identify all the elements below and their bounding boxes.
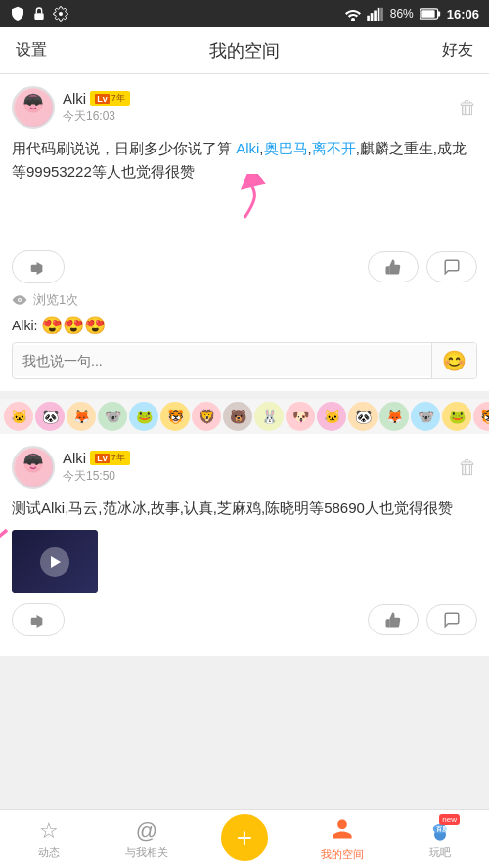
post-author-info-2: Alki Lv 7年 今天15:50 bbox=[12, 446, 130, 489]
play-icon bbox=[47, 554, 63, 570]
svg-rect-3 bbox=[370, 13, 373, 21]
avatar-2[interactable] bbox=[12, 446, 55, 489]
pink-arrow-annotation bbox=[12, 194, 477, 242]
thumbs-up-icon-2 bbox=[384, 611, 402, 629]
level-badge-1: Lv 7年 bbox=[90, 91, 130, 106]
post-header-2: Alki Lv 7年 今天15:50 🗑 bbox=[12, 446, 477, 489]
nav-settings[interactable]: 设置 bbox=[16, 40, 47, 61]
comment-button-1[interactable] bbox=[426, 251, 477, 282]
mini-avatar: 🦊 bbox=[379, 402, 409, 431]
status-icons-left bbox=[10, 6, 68, 22]
svg-point-1 bbox=[59, 12, 63, 16]
tab-space[interactable]: 我的空间 bbox=[293, 810, 391, 868]
status-icons-right: 86% 16:06 bbox=[345, 7, 479, 22]
level-badge-2: Lv 7年 bbox=[90, 451, 130, 465]
comment-input-1[interactable] bbox=[13, 345, 431, 376]
tab-feed-label: 动态 bbox=[38, 846, 60, 860]
post-time-1: 今天16:03 bbox=[63, 108, 130, 125]
like-button-1[interactable] bbox=[368, 251, 419, 282]
share-button-2[interactable] bbox=[12, 603, 65, 636]
comment-section-1: Alki: 😍😍😍 😊 bbox=[12, 315, 477, 379]
share-btn-area-2 bbox=[12, 603, 368, 636]
video-thumb-container bbox=[12, 530, 98, 593]
user-info-1: Alki Lv 7年 今天16:03 bbox=[63, 90, 130, 125]
post-author-info-1: Alki Lv 7年 今天16:03 bbox=[12, 86, 130, 129]
svg-rect-2 bbox=[367, 16, 370, 21]
nav-friends[interactable]: 好友 bbox=[442, 40, 473, 61]
mini-avatar: 🐯 bbox=[473, 402, 489, 431]
comment-icon-1 bbox=[443, 258, 461, 276]
mini-avatar: 🐰 bbox=[254, 402, 284, 431]
avatar-1[interactable] bbox=[12, 86, 55, 129]
delete-post-2[interactable]: 🗑 bbox=[458, 456, 477, 479]
new-badge: new bbox=[439, 814, 460, 825]
plus-button[interactable]: + bbox=[221, 814, 268, 861]
view-count-1: 浏览1次 bbox=[12, 291, 477, 309]
mini-avatar: 🐻 bbox=[223, 402, 252, 431]
comment-input-row-1[interactable]: 😊 bbox=[12, 342, 477, 379]
pink-left-arrow bbox=[0, 520, 17, 578]
video-thumbnail[interactable] bbox=[12, 530, 98, 593]
battery-icon bbox=[420, 8, 441, 20]
mini-avatar: 🦁 bbox=[192, 402, 221, 431]
link-obama[interactable]: 奥巴马 bbox=[264, 140, 308, 156]
tab-plus[interactable]: + bbox=[196, 810, 293, 868]
nav-title: 我的空间 bbox=[209, 39, 280, 63]
mini-avatar: 🐨 bbox=[98, 402, 127, 431]
top-nav: 设置 我的空间 好友 bbox=[0, 27, 489, 74]
share-button-1[interactable] bbox=[12, 250, 65, 283]
emoji-button-1[interactable]: 😊 bbox=[431, 343, 476, 378]
signal-icon bbox=[367, 7, 384, 21]
tab-game[interactable]: 百度 new 玩吧 bbox=[391, 810, 489, 868]
svg-rect-5 bbox=[377, 8, 379, 21]
svg-marker-24 bbox=[51, 556, 61, 568]
share-icon bbox=[29, 259, 47, 275]
like-comment-area-1 bbox=[368, 251, 477, 282]
avatar-strip: 🐱 🐼 🦊 🐨 🐸 🐯 🦁 🐻 🐰 🐶 🐱 🐼 🦊 🐨 🐸 🐯 bbox=[0, 399, 489, 434]
post-time-2: 今天15:50 bbox=[63, 468, 130, 485]
post-header-1: Alki Lv 7年 今天16:03 🗑 bbox=[12, 86, 477, 129]
lock-icon bbox=[31, 6, 47, 22]
comment-icon-2 bbox=[443, 611, 461, 629]
eye-icon bbox=[12, 294, 27, 306]
svg-rect-8 bbox=[437, 11, 440, 16]
svg-rect-4 bbox=[374, 11, 377, 22]
mini-avatar: 🐨 bbox=[411, 402, 440, 431]
delete-post-1[interactable]: 🗑 bbox=[458, 97, 477, 119]
tab-space-label: 我的空间 bbox=[321, 847, 364, 862]
tab-at[interactable]: @ 与我相关 bbox=[98, 810, 196, 868]
mini-avatar: 🐼 bbox=[348, 402, 378, 431]
pink-up-arrow bbox=[220, 174, 269, 223]
space-svg-icon bbox=[331, 817, 354, 841]
mini-avatar: 🦊 bbox=[67, 402, 96, 431]
link-离不开[interactable]: 离不开 bbox=[312, 140, 356, 156]
link-alki[interactable]: Alki bbox=[236, 140, 259, 156]
feed-icon: ☆ bbox=[39, 818, 59, 844]
post-card-1: Alki Lv 7年 今天16:03 🗑 用代码刷说说，日刷多少你说了算 Alk… bbox=[0, 74, 489, 391]
like-comment-area-2 bbox=[368, 604, 477, 635]
thumbs-up-icon-1 bbox=[384, 258, 402, 276]
mini-avatar: 🐯 bbox=[160, 402, 190, 431]
wifi-icon bbox=[345, 7, 361, 21]
comment-button-2[interactable] bbox=[426, 604, 477, 635]
play-button[interactable] bbox=[40, 547, 69, 577]
shield-icon bbox=[10, 6, 25, 22]
svg-text:百度: 百度 bbox=[436, 825, 449, 832]
post-content-2: 测试Alki,马云,范冰冰,故事,认真,芝麻鸡,陈晓明等58690人也觉得很赞 bbox=[12, 497, 477, 520]
svg-rect-9 bbox=[421, 10, 434, 18]
svg-point-15 bbox=[36, 105, 41, 109]
mini-avatar: 🐱 bbox=[4, 402, 33, 431]
mini-avatar: 🐸 bbox=[129, 402, 158, 431]
mini-avatar: 🐶 bbox=[286, 402, 315, 431]
feed-area: Alki Lv 7年 今天16:03 🗑 用代码刷说说，日刷多少你说了算 Alk… bbox=[0, 74, 489, 809]
time-display: 16:06 bbox=[447, 7, 479, 22]
share-icon-2 bbox=[29, 612, 47, 628]
mini-avatar: 🐼 bbox=[35, 402, 65, 431]
post-card-2: Alki Lv 7年 今天15:50 🗑 测试Alki,马云,范冰冰,故事,认真… bbox=[0, 434, 489, 656]
settings-icon bbox=[53, 6, 68, 22]
like-button-2[interactable] bbox=[368, 604, 419, 635]
space-icon bbox=[331, 817, 354, 846]
tab-feed[interactable]: ☆ 动态 bbox=[0, 810, 98, 868]
tab-bar: ☆ 动态 @ 与我相关 + 我的空间 百度 new 玩吧 bbox=[0, 809, 489, 868]
at-icon: @ bbox=[136, 818, 157, 844]
